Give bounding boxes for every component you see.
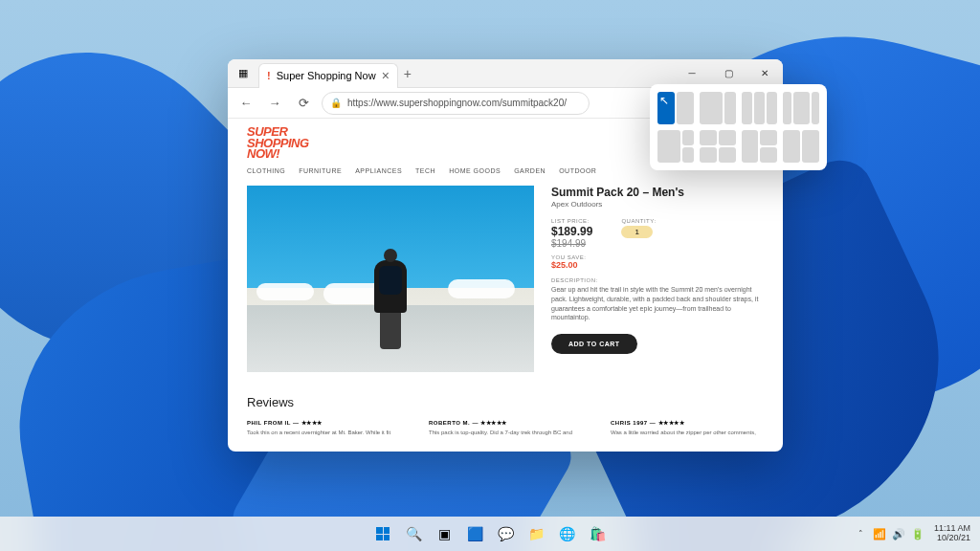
volume-icon[interactable]: 🔊 — [892, 528, 905, 540]
system-tray: ˄ 📶 🔊 🔋 11:11 AM10/20/21 — [858, 524, 980, 543]
clock[interactable]: 11:11 AM10/20/21 — [934, 524, 970, 543]
nav-link[interactable]: GARDEN — [514, 167, 546, 174]
snap-layout-half[interactable]: ↖ — [657, 92, 694, 124]
refresh-button[interactable]: ⟳ — [293, 93, 314, 114]
product-brand: Apex Outdoors — [551, 200, 764, 209]
close-tab-icon[interactable]: × — [382, 68, 390, 83]
task-view-icon[interactable]: ▣ — [431, 520, 457, 547]
nav-link[interactable]: FURNITURE — [299, 167, 342, 174]
original-price: $194.99 — [551, 238, 592, 249]
favicon-icon: ! — [267, 70, 271, 81]
explorer-icon[interactable]: 📁 — [523, 520, 549, 547]
quantity-label: QUANTITY: — [621, 218, 656, 224]
product-description: Gear up and hit the trail in style with … — [551, 285, 764, 322]
quantity-stepper[interactable]: 1 — [621, 226, 652, 238]
snap-layout-three-right[interactable] — [742, 130, 778, 163]
snap-layout-quad-left[interactable] — [657, 130, 694, 163]
forward-button[interactable]: → — [264, 93, 285, 114]
tab-actions-icon[interactable]: ▦ — [234, 64, 253, 83]
nav-link[interactable]: TECH — [415, 167, 435, 174]
wifi-icon[interactable]: 📶 — [873, 528, 886, 540]
url-text: https://www.supershoppingnow.com/summitp… — [347, 98, 567, 108]
save-amount: $25.00 — [551, 260, 764, 270]
review-item: PHIL FROM IL — ★★★★Took this on a recent… — [247, 419, 400, 437]
snap-layout-wide-center[interactable] — [783, 92, 819, 124]
product-name: Summit Pack 20 – Men's — [551, 186, 764, 199]
snap-layout-quad[interactable] — [700, 130, 736, 163]
cursor-icon: ↖ — [659, 94, 669, 107]
review-item: CHRIS 1997 — ★★★★★Was a little worried a… — [611, 419, 764, 437]
snap-layout-three-col[interactable] — [742, 92, 778, 124]
nav-link[interactable]: CLOTHING — [247, 167, 285, 174]
tray-chevron-icon[interactable]: ˄ — [858, 529, 863, 539]
tab-title: Super Shopping Now — [277, 70, 376, 81]
snap-layout-stack[interactable] — [783, 130, 819, 163]
widgets-icon[interactable]: 🟦 — [461, 520, 488, 547]
snap-layout-two-thirds[interactable] — [700, 92, 736, 124]
product-price: $189.99 — [551, 225, 592, 238]
edge-icon[interactable]: 🌐 — [553, 520, 580, 547]
search-icon[interactable]: 🔍 — [400, 520, 427, 547]
review-item: ROBERTO M. — ★★★★★This pack is top-quali… — [429, 419, 582, 437]
start-button[interactable] — [369, 520, 396, 547]
product-image — [247, 186, 534, 372]
address-bar[interactable]: 🔒 https://www.supershoppingnow.com/summi… — [322, 92, 590, 115]
browser-tab[interactable]: ! Super Shopping Now × — [258, 63, 398, 88]
battery-icon[interactable]: 🔋 — [911, 528, 924, 540]
price-label: LIST PRICE: — [551, 218, 592, 224]
nav-link[interactable]: HOME GOODS — [449, 167, 501, 174]
new-tab-button[interactable]: + — [404, 66, 412, 81]
lock-icon: 🔒 — [330, 98, 342, 108]
nav-link[interactable]: APPLIANCES — [355, 167, 402, 174]
chat-icon[interactable]: 💬 — [492, 520, 519, 547]
description-label: DESCRIPTION: — [551, 277, 764, 283]
taskbar: 🔍 ▣ 🟦 💬 📁 🌐 🛍️ ˄ 📶 🔊 🔋 11:11 AM10/20/21 — [0, 517, 980, 551]
add-to-cart-button[interactable]: ADD TO CART — [551, 334, 637, 354]
back-button[interactable]: ← — [235, 93, 256, 114]
nav-link[interactable]: OUTDOOR — [559, 167, 596, 174]
reviews-heading: Reviews — [247, 395, 764, 409]
snap-layouts-flyout: ↖ — [650, 84, 827, 170]
store-icon[interactable]: 🛍️ — [584, 520, 611, 547]
